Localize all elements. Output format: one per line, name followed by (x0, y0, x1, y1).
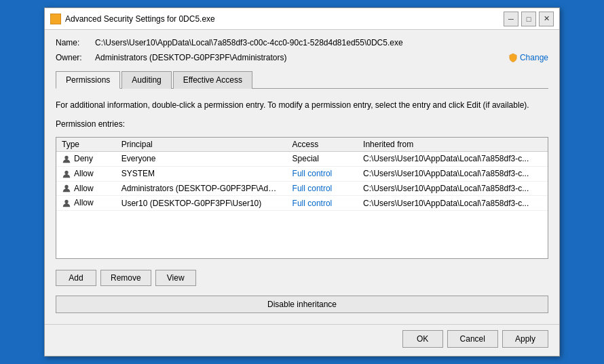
access-link[interactable]: Full control (292, 184, 333, 193)
cell-access: Full control (287, 181, 358, 196)
cell-inherited: C:\Users\User10\AppData\Local\7a858df3-c… (358, 196, 548, 211)
access-link[interactable]: Full control (292, 169, 333, 178)
svg-point-1 (64, 170, 68, 174)
shield-icon (508, 53, 518, 62)
col-type: Type (56, 138, 116, 152)
cell-type: Allow (56, 181, 116, 196)
cancel-button[interactable]: Cancel (447, 330, 498, 348)
title-bar: Advanced Security Settings for 0DC5.exe … (45, 8, 559, 30)
cell-principal: Everyone (116, 151, 287, 166)
close-button[interactable]: ✕ (539, 12, 554, 26)
dialog-content: Name: C:\Users\User10\AppData\Local\7a85… (45, 30, 559, 321)
minimize-button[interactable]: ─ (504, 12, 518, 26)
tab-effective-access[interactable]: Effective Access (173, 71, 252, 89)
apply-button[interactable]: Apply (502, 330, 548, 348)
cell-inherited: C:\Users\User10\AppData\Local\7a858df3-c… (358, 166, 548, 181)
change-link[interactable]: Change (508, 53, 548, 62)
title-bar-buttons: ─ □ ✕ (504, 12, 554, 26)
footer: OK Cancel Apply (45, 324, 559, 356)
cell-type: Allow (56, 166, 116, 181)
description-text: For additional information, double-click… (56, 100, 548, 111)
window-title: Advanced Security Settings for 0DC5.exe (65, 14, 504, 24)
cell-type: Allow (56, 196, 116, 211)
tab-auditing[interactable]: Auditing (121, 71, 171, 89)
table-row[interactable]: AllowAdministrators (DESKTOP-G0PF3PF\Adm… (56, 181, 548, 196)
name-label: Name: (56, 38, 90, 47)
remove-button[interactable]: Remove (100, 270, 151, 286)
table-row[interactable]: DenyEveryoneSpecialC:\Users\User10\AppDa… (56, 151, 548, 166)
access-link[interactable]: Full control (292, 199, 333, 208)
view-button[interactable]: View (155, 270, 196, 286)
cell-access: Full control (287, 196, 358, 211)
cell-principal: SYSTEM (116, 166, 287, 181)
col-inherited: Inherited from (358, 138, 548, 152)
action-buttons: Add Remove View (56, 270, 548, 286)
cell-access: Full control (287, 166, 358, 181)
window-icon (50, 14, 61, 24)
owner-row: Owner: Administrators (DESKTOP-G0PF3PF\A… (56, 53, 548, 62)
name-value: C:\Users\User10\AppData\Local\7a858df3-c… (95, 38, 548, 47)
owner-value: Administrators (DESKTOP-G0PF3PF\Administ… (95, 53, 503, 62)
main-window: Advanced Security Settings for 0DC5.exe … (44, 7, 560, 357)
disable-inheritance-button[interactable]: Disable inheritance (56, 296, 548, 313)
permission-table-wrapper[interactable]: Type Principal Access Inherited from Den… (56, 137, 548, 259)
table-row[interactable]: AllowUser10 (DESKTOP-G0PF3PF\User10)Full… (56, 196, 548, 211)
cell-principal: User10 (DESKTOP-G0PF3PF\User10) (116, 196, 287, 211)
col-access: Access (287, 138, 358, 152)
change-label: Change (520, 53, 548, 62)
maximize-button[interactable]: □ (521, 12, 536, 26)
col-principal: Principal (116, 138, 287, 152)
section-title: Permission entries: (56, 119, 548, 129)
name-row: Name: C:\Users\User10\AppData\Local\7a85… (56, 38, 548, 47)
owner-label: Owner: (56, 53, 90, 62)
cell-inherited: C:\Users\User10\AppData\Local\7a858df3-c… (358, 181, 548, 196)
table-row[interactable]: AllowSYSTEMFull controlC:\Users\User10\A… (56, 166, 548, 181)
tab-permissions[interactable]: Permissions (56, 71, 120, 89)
svg-point-3 (64, 200, 68, 203)
cell-type: Deny (56, 151, 116, 166)
permission-table-body: DenyEveryoneSpecialC:\Users\User10\AppDa… (56, 151, 548, 210)
svg-point-2 (64, 185, 68, 188)
cell-principal: Administrators (DESKTOP-G0PF3PF\Admini..… (116, 181, 287, 196)
tabs-container: Permissions Auditing Effective Access (56, 70, 548, 89)
ok-button[interactable]: OK (402, 330, 443, 348)
table-header-row: Type Principal Access Inherited from (56, 138, 548, 152)
cell-inherited: C:\Users\User10\AppData\Local\7a858df3-c… (358, 151, 548, 166)
svg-point-0 (64, 155, 68, 159)
permission-table: Type Principal Access Inherited from Den… (56, 138, 548, 211)
cell-access: Special (287, 151, 358, 166)
add-button[interactable]: Add (56, 270, 96, 286)
